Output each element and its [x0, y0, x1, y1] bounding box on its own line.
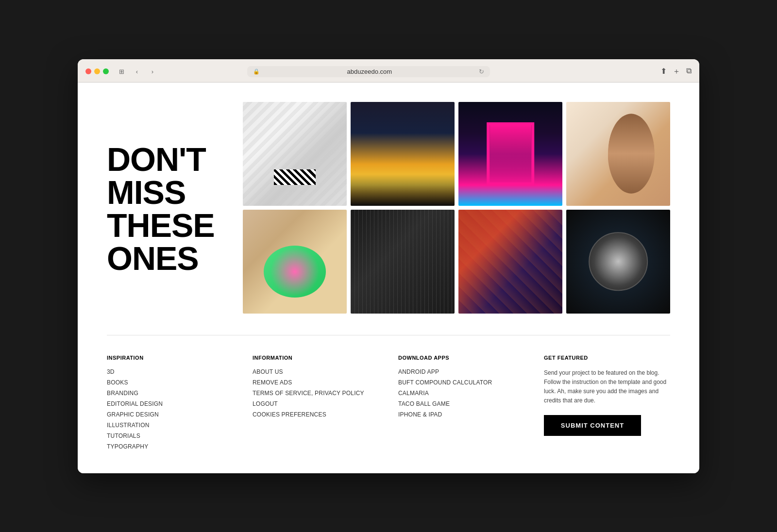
page-content: DON'T MISS THESE ONES	[78, 83, 699, 473]
browser-actions: ⬆ ＋ ⧉	[660, 66, 692, 77]
footer-link-branding[interactable]: BRANDING	[107, 390, 233, 397]
grid-image-6[interactable]	[351, 210, 455, 314]
footer-apps-col: DOWNLOAD APPS ANDROID APP BUFT COMPOUND …	[398, 355, 524, 454]
footer-get-featured-col: GET FEATURED Send your project to be fea…	[544, 355, 670, 454]
footer-link-android[interactable]: ANDROID APP	[398, 368, 524, 375]
footer-link-cookies[interactable]: COOKIES PREFERENCES	[253, 411, 379, 418]
footer-link-iphone[interactable]: IPHONE & IPAD	[398, 411, 524, 418]
footer-information-col: INFORMATION ABOUT US REMOVE ADS TERMS OF…	[253, 355, 379, 454]
footer-link-illustration[interactable]: ILLUSTRATION	[107, 422, 233, 429]
footer-link-editorial[interactable]: EDITORIAL DESIGN	[107, 400, 233, 407]
browser-controls: ⊞ ‹ › 🔒 abduzeedo.com ↻ ⬆ ＋ ⧉	[85, 66, 692, 77]
footer-inspiration-col: INSPIRATION 3D BOOKS BRANDING EDITORIAL …	[107, 355, 233, 454]
hero-headline: DON'T MISS THESE ONES	[107, 143, 215, 275]
get-featured-description: Send your project to be featured on the …	[544, 368, 670, 406]
footer-link-about[interactable]: ABOUT US	[253, 368, 379, 375]
apps-title: DOWNLOAD APPS	[398, 355, 524, 361]
headline-block: DON'T MISS THESE ONES	[107, 102, 223, 316]
browser-window: ⊞ ‹ › 🔒 abduzeedo.com ↻ ⬆ ＋ ⧉ DON'T	[78, 59, 699, 473]
tabs-icon[interactable]: ⧉	[686, 66, 692, 77]
image-grid	[243, 102, 670, 314]
submit-content-button[interactable]: SUBMIT CONTENT	[544, 415, 641, 436]
footer-link-calmaria[interactable]: CALMARIA	[398, 390, 524, 397]
footer-link-taco[interactable]: TACO BALL GAME	[398, 400, 524, 407]
footer-link-buft[interactable]: BUFT COMPOUND CALCULATOR	[398, 379, 524, 386]
grid-image-3[interactable]	[458, 102, 562, 206]
address-bar[interactable]: 🔒 abduzeedo.com ↻	[247, 66, 490, 77]
grid-image-2[interactable]	[351, 102, 455, 206]
grid-image-5[interactable]	[243, 210, 347, 314]
url-display: abduzeedo.com	[263, 68, 476, 75]
footer-link-remove-ads[interactable]: REMOVE ADS	[253, 379, 379, 386]
forward-button[interactable]: ›	[146, 66, 159, 77]
footer-link-typography[interactable]: TYPOGRAPHY	[107, 443, 233, 450]
inspiration-title: INSPIRATION	[107, 355, 233, 361]
footer-link-graphic-design[interactable]: GRAPHIC DESIGN	[107, 411, 233, 418]
close-button[interactable]	[85, 68, 91, 74]
grid-image-1[interactable]	[243, 102, 347, 206]
share-icon[interactable]: ⬆	[660, 66, 667, 77]
sidebar-toggle-button[interactable]: ⊞	[115, 66, 128, 77]
grid-image-8[interactable]	[566, 210, 670, 314]
maximize-button[interactable]	[103, 68, 109, 74]
footer-link-tos[interactable]: TERMS OF SERVICE, PRIVACY POLICY	[253, 390, 379, 397]
nav-buttons: ⊞ ‹ ›	[115, 66, 159, 77]
footer: INSPIRATION 3D BOOKS BRANDING EDITORIAL …	[78, 335, 699, 473]
footer-link-3d[interactable]: 3D	[107, 368, 233, 375]
grid-image-4[interactable]	[566, 102, 670, 206]
traffic-lights	[85, 68, 109, 74]
footer-link-tutorials[interactable]: TUTORIALS	[107, 432, 233, 439]
main-section: DON'T MISS THESE ONES	[78, 83, 699, 335]
get-featured-title: GET FEATURED	[544, 355, 670, 361]
back-button[interactable]: ‹	[130, 66, 144, 77]
browser-chrome: ⊞ ‹ › 🔒 abduzeedo.com ↻ ⬆ ＋ ⧉	[78, 59, 699, 83]
reload-button[interactable]: ↻	[479, 68, 484, 75]
grid-image-7[interactable]	[458, 210, 562, 314]
footer-link-books[interactable]: BOOKS	[107, 379, 233, 386]
minimize-button[interactable]	[94, 68, 100, 74]
information-title: INFORMATION	[253, 355, 379, 361]
lock-icon: 🔒	[253, 68, 260, 75]
footer-link-logout[interactable]: LOGOUT	[253, 400, 379, 407]
new-tab-icon[interactable]: ＋	[673, 66, 680, 77]
